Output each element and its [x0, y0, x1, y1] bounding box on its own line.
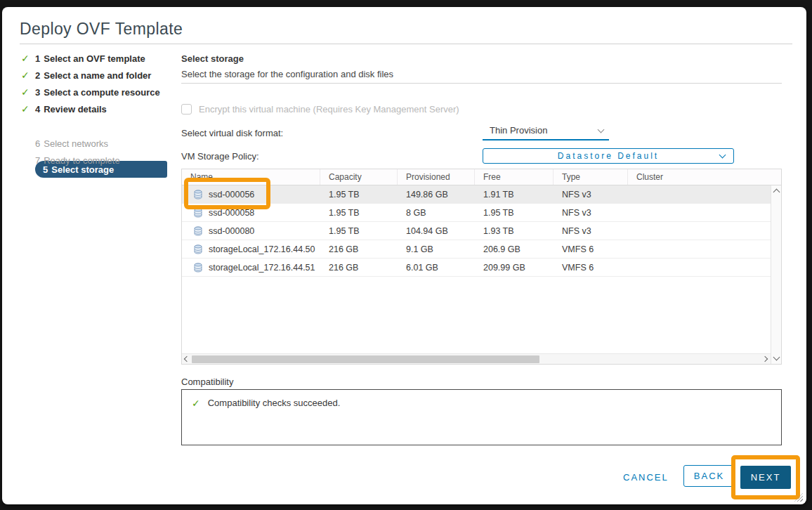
- step-6-select-networks: 6 Select networks: [21, 136, 108, 150]
- scroll-up-icon[interactable]: [773, 189, 780, 196]
- datastore-icon: [193, 208, 203, 218]
- datastore-icon: [193, 244, 203, 254]
- step-1-select-ovf-template[interactable]: ✓ 1 Select an OVF template: [21, 51, 145, 65]
- vm-storage-policy-dropdown[interactable]: Datastore Default: [483, 148, 734, 164]
- step-2-select-name-folder[interactable]: ✓ 2 Select a name and folder: [21, 68, 151, 82]
- column-header-provisioned[interactable]: Provisioned: [398, 169, 475, 185]
- datastore-name: ssd-000056: [209, 190, 254, 200]
- annotation-highlight-next-button: NEXT: [731, 455, 800, 499]
- scroll-left-icon[interactable]: [184, 356, 190, 362]
- page-title: Select storage: [181, 53, 244, 64]
- disk-format-value: Thin Provision: [490, 125, 547, 136]
- scroll-down-icon[interactable]: [773, 354, 780, 361]
- column-header-free[interactable]: Free: [475, 169, 554, 185]
- deploy-ovf-template-dialog: Deploy OVF Template ✓ 1 Select an OVF te…: [2, 7, 806, 504]
- cancel-button[interactable]: CANCEL: [623, 472, 669, 483]
- step-4-review-details[interactable]: ✓ 4 Review details: [21, 102, 107, 116]
- datastore-icon: [193, 263, 203, 273]
- check-icon: ✓: [21, 103, 35, 115]
- column-header-name[interactable]: Name: [182, 169, 320, 185]
- success-check-icon: ✓: [192, 398, 200, 409]
- datastore-name: storageLocal_172.16.44.50: [209, 244, 315, 254]
- datastore-name: storageLocal_172.16.44.51: [209, 263, 315, 273]
- desktop-background: Deploy OVF Template ✓ 1 Select an OVF te…: [0, 0, 812, 510]
- table-body: ssd-000056 1.95 TB 149.86 GB 1.91 TB NFS…: [182, 185, 771, 353]
- step-3-select-compute-resource[interactable]: ✓ 3 Select a compute resource: [21, 85, 160, 99]
- encrypt-vm-row: Encrypt this virtual machine (Requires K…: [181, 104, 459, 115]
- step-7-ready-to-complete: 7 Ready to complete: [21, 153, 120, 167]
- datastore-icon: [193, 226, 203, 236]
- datastore-table: Name Capacity Provisioned Free Type Clus…: [181, 169, 782, 365]
- scroll-right-icon[interactable]: [762, 356, 768, 362]
- compatibility-message: Compatibility checks succeeded.: [208, 398, 341, 408]
- chevron-down-icon: [598, 126, 605, 133]
- table-row-storagelocal-51[interactable]: storageLocal_172.16.44.51 216 GB 6.01 GB…: [182, 259, 771, 277]
- check-icon: ✓: [21, 70, 35, 81]
- chevron-down-icon: [719, 152, 726, 159]
- page-subtitle: Select the storage for the configuration…: [181, 69, 393, 79]
- column-header-capacity[interactable]: Capacity: [320, 169, 398, 185]
- table-row-ssd-000058[interactable]: ssd-000058 1.95 TB 8 GB 1.95 TB NFS v3: [182, 204, 771, 222]
- compatibility-label: Compatibility: [181, 377, 233, 387]
- datastore-name: ssd-000080: [209, 226, 254, 236]
- table-row-storagelocal-50[interactable]: storageLocal_172.16.44.50 216 GB 9.1 GB …: [182, 240, 771, 259]
- check-icon: ✓: [21, 53, 35, 64]
- table-row-ssd-000056[interactable]: ssd-000056 1.95 TB 149.86 GB 1.91 TB NFS…: [182, 185, 771, 204]
- next-button[interactable]: NEXT: [740, 466, 791, 489]
- table-row-ssd-000080[interactable]: ssd-000080 1.95 TB 104.94 GB 1.93 TB NFS…: [182, 222, 771, 240]
- panel-divider: [181, 83, 782, 84]
- datastore-name: ssd-000058: [209, 208, 254, 218]
- encrypt-checkbox[interactable]: [181, 104, 192, 115]
- horizontal-scrollbar-thumb[interactable]: [192, 355, 539, 363]
- disk-format-dropdown[interactable]: Thin Provision: [483, 124, 609, 140]
- compatibility-box: ✓ Compatibility checks succeeded.: [181, 389, 782, 445]
- check-icon: ✓: [21, 86, 35, 98]
- vm-storage-policy-label: VM Storage Policy:: [181, 151, 259, 162]
- encrypt-checkbox-label: Encrypt this virtual machine (Requires K…: [199, 104, 459, 115]
- datastore-icon: [193, 190, 203, 200]
- column-header-cluster[interactable]: Cluster: [628, 169, 781, 185]
- column-header-type[interactable]: Type: [554, 169, 628, 185]
- disk-format-label: Select virtual disk format:: [181, 128, 283, 138]
- horizontal-scrollbar[interactable]: [182, 353, 771, 364]
- vertical-scrollbar[interactable]: [771, 185, 781, 364]
- title-divider: [20, 44, 792, 44]
- table-header-row: Name Capacity Provisioned Free Type Clus…: [182, 169, 781, 185]
- back-button[interactable]: BACK: [683, 465, 735, 487]
- vm-storage-policy-value: Datastore Default: [558, 151, 659, 161]
- dialog-title: Deploy OVF Template: [20, 20, 183, 39]
